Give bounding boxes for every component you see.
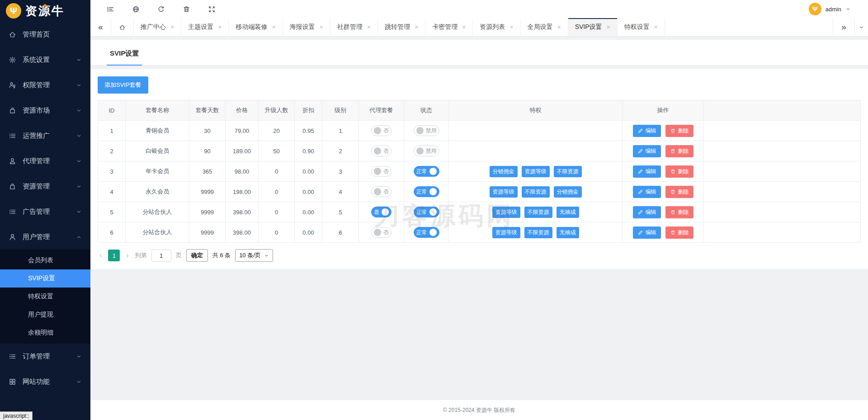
table-row: 5分站合伙人9999398.0000.005是正常资源等级不限资源无抽成编辑删除 — [98, 202, 861, 222]
sidebar-item[interactable]: 管理首页 — [0, 22, 90, 47]
toggle-knob — [429, 208, 437, 216]
sidebar-item[interactable]: 广告管理 — [0, 199, 90, 224]
tab[interactable]: 跳转管理× — [378, 18, 425, 36]
delete-icon — [670, 189, 676, 195]
sidebar-subitem[interactable]: SVIP设置 — [0, 269, 90, 288]
sidebar-item-label: 用户管理 — [23, 233, 50, 241]
close-icon[interactable]: × — [607, 24, 610, 30]
delete-button[interactable]: 删除 — [665, 125, 693, 137]
agent-package-toggle[interactable]: 否 — [371, 186, 392, 197]
user-menu[interactable]: Ψ admin — [809, 3, 851, 15]
column-header: ID — [98, 100, 126, 121]
sidebar-item[interactable]: 代理管理 — [0, 148, 90, 174]
delete-button[interactable]: 删除 — [665, 186, 693, 198]
status-toggle[interactable]: 正常 — [414, 166, 439, 177]
agent-package-toggle[interactable]: 否 — [371, 146, 392, 156]
status-toggle[interactable]: 正常 — [414, 207, 439, 217]
tab[interactable]: 资源列表× — [473, 18, 520, 36]
agent-package-toggle[interactable]: 否 — [371, 166, 392, 177]
goto-page-input[interactable] — [151, 250, 171, 262]
delete-icon — [670, 128, 676, 134]
edit-button[interactable]: 编辑 — [633, 165, 661, 178]
tabs-dropdown-button[interactable] — [854, 18, 868, 36]
edit-button[interactable]: 编辑 — [633, 206, 661, 218]
agent-package-toggle[interactable]: 否 — [371, 227, 392, 238]
scroll-tabs-right-button[interactable]: » — [833, 18, 854, 36]
tab[interactable]: SVIP设置× — [568, 18, 618, 36]
menu-fold-icon[interactable] — [107, 5, 114, 13]
edit-icon — [637, 189, 643, 195]
agent-package-toggle[interactable]: 否 — [371, 125, 392, 136]
sidebar-item[interactable]: 系统设置 — [0, 47, 90, 72]
gear-icon — [9, 56, 16, 64]
tab[interactable]: 主题设置× — [181, 18, 229, 36]
tab[interactable]: 移动端装修× — [229, 18, 283, 36]
edit-button[interactable]: 编辑 — [633, 227, 661, 239]
close-icon[interactable]: × — [654, 24, 658, 30]
edit-button[interactable]: 编辑 — [633, 145, 661, 157]
tab[interactable]: 推广中心× — [134, 18, 181, 36]
fullscreen-icon[interactable] — [208, 5, 216, 13]
chevron-up-icon — [76, 234, 82, 240]
tab[interactable]: 卡密管理× — [425, 18, 473, 36]
sidebar-subitem[interactable]: 特权设置 — [0, 288, 90, 306]
privilege-badge: 无抽成 — [557, 227, 579, 238]
sidebar-item[interactable]: 网站功能 — [0, 369, 90, 394]
refresh-icon[interactable] — [157, 5, 165, 13]
delete-button[interactable]: 删除 — [665, 145, 693, 157]
agent-package-toggle[interactable]: 是 — [371, 207, 392, 217]
confirm-page-button[interactable]: 确定 — [186, 249, 208, 262]
sidebar-item[interactable]: 用户管理 — [0, 224, 90, 250]
sidebar-item[interactable]: 权限管理 — [0, 72, 90, 98]
globe-icon[interactable] — [132, 5, 140, 13]
scroll-tabs-left-button[interactable]: « — [90, 18, 111, 36]
close-icon[interactable]: × — [272, 24, 275, 30]
trash-icon[interactable] — [183, 5, 190, 13]
status-toggle[interactable]: 正常 — [414, 186, 439, 197]
close-icon[interactable]: × — [557, 24, 561, 30]
tab[interactable]: 特权设置× — [618, 18, 665, 36]
sidebar-item-label: 权限管理 — [23, 81, 50, 90]
tab[interactable]: 社群管理× — [330, 18, 378, 36]
close-icon[interactable]: × — [367, 24, 371, 30]
delete-button[interactable]: 删除 — [665, 165, 693, 178]
home-tab[interactable] — [111, 18, 134, 36]
next-page-button[interactable]: › — [124, 251, 130, 260]
page-header: SVIP设置 — [90, 40, 868, 66]
edit-button[interactable]: 编辑 — [633, 125, 661, 137]
close-icon[interactable]: × — [170, 24, 174, 30]
sidebar-subitem[interactable]: 会员列表 — [0, 251, 90, 269]
close-icon[interactable]: × — [509, 24, 513, 30]
status-toggle[interactable]: 正常 — [414, 227, 439, 238]
add-svip-button[interactable]: 添加SVIP套餐 — [98, 76, 148, 94]
edit-button[interactable]: 编辑 — [633, 186, 661, 198]
sidebar-subitem[interactable]: 余额明细 — [0, 324, 90, 342]
sidebar-item[interactable]: 订单管理 — [0, 344, 90, 369]
sidebar-item[interactable]: 资源管理 — [0, 174, 90, 199]
current-page-button[interactable]: 1 — [108, 250, 120, 261]
avatar: Ψ — [809, 3, 821, 15]
close-icon[interactable]: × — [462, 24, 466, 30]
toolbar-icons — [107, 5, 233, 13]
sidebar-subitem[interactable]: 用户提现 — [0, 306, 90, 324]
privilege-badge: 不限资源 — [524, 227, 552, 238]
home-icon — [9, 31, 16, 38]
logo[interactable]: Ψ 资源牛 — [0, 0, 90, 22]
close-icon[interactable]: × — [320, 24, 323, 30]
page-size-select[interactable]: 10 条/页 — [235, 249, 273, 262]
tab[interactable]: 海报设置× — [283, 18, 330, 36]
sidebar-item[interactable]: 资源市场 — [0, 98, 90, 123]
sidebar-item[interactable]: 运营推广 — [0, 123, 90, 148]
prev-page-button[interactable]: ‹ — [98, 251, 104, 260]
close-icon[interactable]: × — [218, 24, 222, 30]
status-toggle[interactable]: 禁用 — [414, 125, 439, 136]
list-icon — [9, 208, 16, 216]
tab-bar: « 推广中心×主题设置×移动端装修×海报设置×社群管理×跳转管理×卡密管理×资源… — [90, 18, 868, 37]
delete-button[interactable]: 删除 — [665, 227, 693, 239]
sidebar: Ψ 资源牛 管理首页系统设置权限管理资源市场运营推广代理管理资源管理广告管理用户… — [0, 0, 90, 420]
close-icon[interactable]: × — [415, 24, 418, 30]
toggle-knob — [429, 168, 437, 175]
delete-button[interactable]: 删除 — [665, 206, 693, 218]
tab[interactable]: 全局设置× — [521, 18, 568, 36]
status-toggle[interactable]: 禁用 — [414, 146, 439, 156]
